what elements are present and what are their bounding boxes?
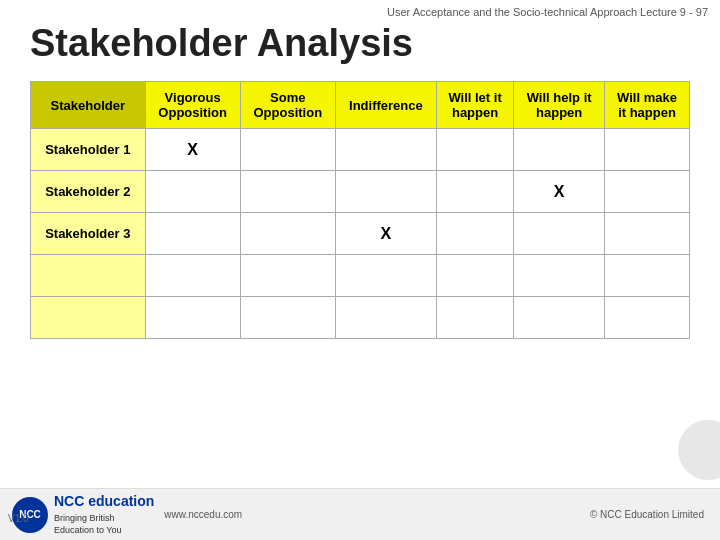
x-mark: X [381,225,392,242]
stakeholder-value-cell [240,129,335,171]
col-header-vigorous: VigorousOpposition [145,82,240,129]
stakeholder-value-cell [335,171,436,213]
version-label: V1.0 [8,513,29,524]
stakeholder-value-cell: X [335,213,436,255]
stakeholder-value-cell [605,129,690,171]
stakeholder-value-cell [605,297,690,339]
stakeholder-value-cell [436,297,513,339]
footer: NCC NCC education Bringing BritishEducat… [0,488,720,540]
footer-left: NCC NCC education Bringing BritishEducat… [12,492,242,537]
table-body: Stakeholder 1XStakeholder 2XStakeholder … [31,129,690,339]
stakeholder-value-cell [436,255,513,297]
ncc-logo: NCC NCC education Bringing BritishEducat… [12,492,154,537]
stakeholder-value-cell [240,297,335,339]
stakeholder-name-cell: Stakeholder 2 [31,171,146,213]
stakeholder-name-cell: Stakeholder 1 [31,129,146,171]
stakeholder-value-cell [605,213,690,255]
stakeholder-name-cell [31,297,146,339]
col-header-stakeholder: Stakeholder [31,82,146,129]
stakeholder-value-cell [145,213,240,255]
top-label: User Acceptance and the Socio-technical … [0,0,720,22]
stakeholder-value-cell [240,213,335,255]
stakeholder-value-cell [335,255,436,297]
table-row: Stakeholder 1X [31,129,690,171]
lecture-info: User Acceptance and the Socio-technical … [387,6,708,18]
stakeholder-value-cell [436,213,513,255]
stakeholder-value-cell [605,255,690,297]
stakeholder-value-cell [436,171,513,213]
ncc-text-block: NCC education Bringing BritishEducation … [54,492,154,537]
stakeholder-table: Stakeholder VigorousOpposition SomeOppos… [30,81,690,339]
stakeholder-value-cell: X [514,171,605,213]
stakeholder-value-cell [436,129,513,171]
table-row: Stakeholder 2X [31,171,690,213]
stakeholder-value-cell [335,297,436,339]
stakeholder-table-container: Stakeholder VigorousOpposition SomeOppos… [0,81,720,339]
table-row [31,297,690,339]
stakeholder-value-cell [145,171,240,213]
table-row: Stakeholder 3X [31,213,690,255]
col-header-some: SomeOpposition [240,82,335,129]
ncc-brand-name: NCC education [54,492,154,512]
stakeholder-value-cell [514,129,605,171]
col-header-indifference: Indifference [335,82,436,129]
table-header-row: Stakeholder VigorousOpposition SomeOppos… [31,82,690,129]
table-row [31,255,690,297]
stakeholder-value-cell: X [145,129,240,171]
stakeholder-value-cell [240,171,335,213]
stakeholder-value-cell [145,297,240,339]
footer-copyright: © NCC Education Limited [590,509,704,520]
stakeholder-value-cell [514,255,605,297]
col-header-help: Will help ithappen [514,82,605,129]
col-header-let: Will let ithappen [436,82,513,129]
stakeholder-value-cell [514,297,605,339]
stakeholder-name-cell: Stakeholder 3 [31,213,146,255]
decorative-circle [678,420,720,480]
stakeholder-value-cell [605,171,690,213]
page-title: Stakeholder Analysis [0,22,720,81]
stakeholder-value-cell [145,255,240,297]
col-header-make: Will makeit happen [605,82,690,129]
stakeholder-value-cell [335,129,436,171]
stakeholder-value-cell [240,255,335,297]
footer-url: www.nccedu.com [164,509,242,520]
stakeholder-name-cell [31,255,146,297]
ncc-tagline: Bringing BritishEducation to You [54,512,154,537]
x-mark: X [554,183,565,200]
stakeholder-value-cell [514,213,605,255]
x-mark: X [187,141,198,158]
